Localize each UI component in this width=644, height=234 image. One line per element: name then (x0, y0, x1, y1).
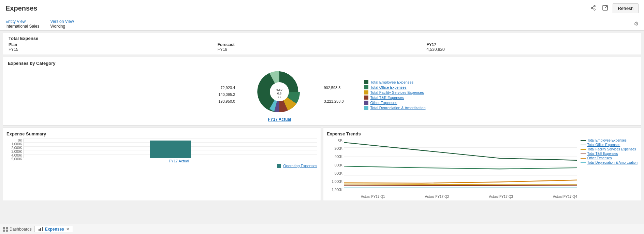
page-title: Expenses (5, 4, 37, 12)
ly-1000k: 1,000K (327, 180, 342, 184)
x-q2: Actual FY17 Q2 (425, 195, 449, 199)
version-view-label[interactable]: Version View (50, 19, 74, 24)
svg-point-2 (594, 9, 595, 10)
tab-dashboards[interactable]: Dashboards (3, 226, 32, 232)
legend-label-facility[interactable]: Total Facility Services Expenses (370, 90, 424, 94)
entity-view-value: International Sales (5, 24, 39, 29)
svg-rect-16 (3, 227, 5, 229)
legend-color-office (364, 85, 368, 89)
external-link-icon[interactable] (600, 3, 610, 14)
y-label-5000k: 5,000K (6, 157, 22, 161)
svg-line-6 (605, 6, 607, 8)
bar-legend-label[interactable]: Operating Expenses (283, 164, 317, 168)
bar-chart-col: FY17 Actual Operating Expenses (24, 138, 317, 168)
pie-center-label[interactable]: FY17 Actual (268, 117, 291, 122)
main-content: Expenses by Category 72,923.4 140,095.2 … (3, 57, 641, 201)
dashboards-icon (3, 226, 8, 232)
ll-color-depreciation (581, 162, 586, 163)
ll-label-tne[interactable]: Total T&E Expenses (587, 152, 618, 156)
svg-line-3 (592, 6, 594, 8)
pie-right-labels: 902,593.3 3,221,258.0 (324, 85, 343, 105)
legend-item-office: Total Office Expenses (364, 85, 426, 89)
top-bar: Expenses Refresh (0, 0, 644, 17)
fy-value: 4,530,820 (426, 47, 635, 52)
expenses-by-category-panel: Expenses by Category 72,923.4 140,095.2 … (3, 57, 641, 126)
line-chart-wrapper: 1,200K 1,000K 800K 600K 400K 200K 0K (327, 138, 638, 199)
version-view-value: Working (50, 24, 74, 29)
forecast-col: Forecast FY18 (218, 42, 427, 52)
ly-200k: 200K (327, 147, 342, 150)
ll-facility: Total Facility Services Expenses (581, 147, 638, 151)
dashboards-label: Dashboards (10, 227, 32, 232)
tab-close-button[interactable]: ✕ (66, 227, 69, 232)
svg-text:0.8: 0.8 (277, 92, 282, 95)
ll-label-employee[interactable]: Total Employee Expenses (587, 138, 627, 142)
charts-row: Expense Summary 5,000K 4,000K 3,000K 2,0… (3, 128, 641, 201)
bar-x-label[interactable]: FY17 Actual (169, 159, 189, 163)
legend-label-depreciation[interactable]: Total Depreciation & Amortization (370, 106, 426, 110)
view-info: Entity View International Sales Version … (5, 19, 74, 29)
pie-label-r2 (324, 91, 343, 98)
forecast-value: FY18 (218, 47, 427, 52)
ll-label-facility[interactable]: Total Facility Services Expenses (587, 147, 636, 151)
svg-rect-21 (40, 228, 41, 231)
y-label-0k: 0K (6, 138, 22, 142)
ll-color-facility (581, 149, 586, 150)
pie-label-r3: 3,221,258.0 (324, 98, 343, 105)
version-view-col: Version View Working (50, 19, 74, 29)
bars-container (24, 138, 317, 158)
ll-tne: Total T&E Expenses (581, 152, 638, 156)
y-label-2000k: 2,000K (6, 146, 22, 150)
svg-point-0 (591, 7, 592, 9)
ly-0k: 0K (327, 138, 342, 142)
ll-color-office (581, 145, 586, 145)
bar-y-axis: 5,000K 4,000K 3,000K 2,000K 1,000K 0K (6, 138, 24, 168)
pie-chart: 6,59 0.8 3.8 (255, 68, 303, 116)
ll-label-depreciation[interactable]: Total Depreciation & Amortization (587, 161, 638, 164)
bar-chart-wrapper: 5,000K 4,000K 3,000K 2,000K 1,000K 0K (6, 138, 317, 168)
ll-color-other (581, 158, 586, 159)
ll-label-other[interactable]: Other Expenses (587, 156, 612, 160)
pie-label-2: 140,095.2 (218, 91, 235, 98)
top-bar-actions: Refresh (588, 3, 639, 14)
svg-text:3.8: 3.8 (278, 96, 282, 99)
legend-label-employee[interactable]: Total Employee Expenses (370, 80, 414, 84)
legend-color-employee (364, 80, 368, 84)
legend-label-other[interactable]: Other Expenses (370, 101, 397, 105)
refresh-button[interactable]: Refresh (613, 3, 639, 13)
expense-summary-panel: Expense Summary 5,000K 4,000K 3,000K 2,0… (3, 128, 321, 201)
ly-1200k: 1,200K (327, 188, 342, 192)
pie-wrapper: 6,59 0.8 3.8 FY17 Actual (255, 68, 303, 122)
bar-fy17actual[interactable] (150, 141, 191, 158)
y-label-1000k: 1,000K (6, 142, 22, 146)
tab-expenses[interactable]: Expenses ✕ (34, 226, 73, 232)
view-bar: Entity View International Sales Version … (0, 17, 644, 31)
fy-label: FY17 (426, 42, 635, 47)
bar-legend: Operating Expenses (24, 164, 317, 168)
pie-left-labels: 72,923.4 140,095.2 193,950.0 (218, 85, 235, 105)
total-expense-cols: Plan FY15 Forecast FY18 FY17 4,530,820 (9, 42, 635, 52)
svg-rect-19 (6, 230, 8, 232)
share-icon[interactable] (588, 3, 598, 14)
forecast-label: Forecast (218, 42, 427, 47)
entity-view-label[interactable]: Entity View (5, 19, 39, 24)
plan-label: Plan (9, 42, 218, 47)
svg-line-4 (592, 8, 594, 9)
svg-rect-22 (42, 227, 43, 231)
legend-item-employee: Total Employee Expenses (364, 80, 426, 84)
pie-label-3: 193,950.0 (218, 98, 235, 105)
fy-col: FY17 4,530,820 (426, 42, 635, 52)
svg-rect-17 (6, 227, 8, 229)
legend-label-tne[interactable]: Total T&E Expenses (370, 96, 404, 100)
line-chart-svg (344, 138, 577, 194)
svg-point-1 (594, 5, 595, 7)
ly-600k: 600K (327, 163, 342, 167)
ll-label-office[interactable]: Total Office Expenses (587, 143, 620, 147)
legend-label-office[interactable]: Total Office Expenses (370, 85, 407, 89)
line-x-labels: Actual FY17 Q1 Actual FY17 Q2 Actual FY1… (344, 195, 577, 199)
total-expense-bar: Total Expense Plan FY15 Forecast FY18 FY… (3, 33, 641, 55)
ll-color-tne (581, 153, 586, 154)
legend-item-tne: Total T&E Expenses (364, 96, 426, 100)
plan-value: FY15 (9, 47, 218, 52)
settings-gear-icon[interactable]: ⚙ (634, 20, 639, 27)
